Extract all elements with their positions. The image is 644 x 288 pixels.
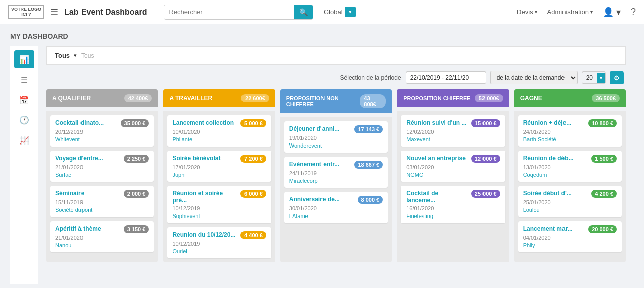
card-company[interactable]: Phily — [523, 242, 617, 248]
card-title[interactable]: Voyage d'entre... — [55, 155, 121, 162]
card-title[interactable]: Evènement entr... — [289, 161, 352, 168]
nav-administration[interactable]: Administration ▾ — [547, 8, 593, 16]
kanban-col-travailler: A TRAVAILLER 22 600€ Lancement collectio… — [163, 89, 275, 262]
card-date: 24/11/2019 — [289, 170, 383, 176]
card-title[interactable]: Nouvel an entreprise — [406, 155, 468, 162]
card-travailler-2: Réunion et soirée pré... 6 000 € 10/12/2… — [167, 186, 271, 223]
card-top: Séminaire 2 000 € — [55, 190, 149, 198]
card-date: 30/01/2020 — [289, 205, 383, 211]
period-num-wrap: 20 ▾ — [582, 71, 606, 84]
card-company[interactable]: Coqedum — [523, 172, 617, 178]
col-total-travailler: 22 600€ — [241, 94, 269, 102]
period-bar: Sélection de la période de la date de la… — [46, 71, 626, 84]
card-title[interactable]: Réunion de déb... — [523, 155, 589, 162]
hamburger-icon[interactable]: ☰ — [50, 7, 58, 18]
card-top: Cocktail dinato... 35 000 € — [55, 119, 149, 127]
period-date-input[interactable] — [406, 71, 486, 84]
sidebar: 📊 ☰ 📅 🕐 📈 — [10, 46, 38, 284]
card-company[interactable]: NGMC — [406, 172, 500, 178]
card-company[interactable]: Barth Société — [523, 136, 617, 142]
card-title[interactable]: Lancement mar... — [523, 225, 586, 232]
kanban-col-gagne: GAGNE 36 500€ Réunion + déje... 10 800 €… — [514, 89, 626, 262]
card-amount: 4 400 € — [240, 231, 266, 239]
col-title-non-chiffree: PROPOSITION NON CHIFFREE — [286, 95, 360, 107]
card-date: 12/02/2020 — [406, 129, 500, 135]
nav-devis[interactable]: Devis ▾ — [517, 8, 537, 16]
card-title[interactable]: Soirée bénévolat — [172, 155, 237, 162]
card-company[interactable]: Loulou — [523, 207, 617, 213]
card-date: 10/01/2020 — [172, 129, 266, 135]
col-body-chiffree: Réunion suivi d'un ... 15 000 € 12/02/20… — [397, 111, 509, 262]
card-title[interactable]: Apéritif à thème — [55, 225, 121, 232]
card-company[interactable]: Ouriel — [172, 248, 266, 254]
card-title[interactable]: Cocktail dinato... — [55, 119, 118, 126]
card-amount: 6 000 € — [240, 190, 266, 198]
sidebar-item-linechart[interactable]: 📈 — [14, 131, 34, 149]
main-layout: 📊 ☰ 📅 🕐 📈 Tous ▾ Tous Sélection de la pé… — [10, 46, 634, 284]
filter-active-label: Tous — [55, 52, 70, 59]
card-date: 13/01/2020 — [523, 164, 617, 170]
card-title[interactable]: Réunion suivi d'un ... — [406, 119, 468, 126]
search-input[interactable] — [164, 5, 295, 19]
card-date: 10/12/2019 — [172, 241, 266, 247]
card-travailler-1: Soirée bénévolat 7 200 € 17/01/2020 Juph… — [167, 151, 271, 182]
card-title[interactable]: Réunion et soirée pré... — [172, 190, 237, 204]
filter-sub-label: Tous — [81, 52, 94, 59]
filter-caret-icon[interactable]: ▾ — [74, 52, 77, 59]
col-total-chiffree: 52 000€ — [475, 94, 503, 102]
col-body-qualifier: Cocktail dinato... 35 000 € 20/12/2019 W… — [46, 111, 158, 262]
card-date: 25/01/2020 — [523, 199, 617, 205]
card-top: Voyage d'entre... 2 250 € — [55, 155, 149, 163]
card-top: Reunion du 10/12/20... 4 400 € — [172, 231, 266, 239]
col-title-travailler: A TRAVAILLER — [169, 95, 212, 102]
card-title[interactable]: Reunion du 10/12/20... — [172, 231, 237, 238]
card-date: 20/12/2019 — [55, 129, 149, 135]
col-title-qualifier: A QUALIFIER — [52, 95, 91, 102]
sidebar-item-chart[interactable]: 📊 — [14, 50, 34, 68]
card-company[interactable]: Sophievent — [172, 213, 266, 219]
period-count-arrow[interactable]: ▾ — [597, 73, 605, 83]
card-company[interactable]: Miraclecorp — [289, 178, 383, 184]
card-title[interactable]: Réunion + déje... — [523, 119, 586, 126]
card-date: 21/01/2020 — [55, 235, 149, 241]
card-company[interactable]: Maxevent — [406, 136, 500, 142]
global-dropdown-button[interactable]: ▾ — [345, 7, 356, 17]
page: MY DASHBOARD 📊 ☰ 📅 🕐 📈 Tous ▾ Tous Sélec… — [0, 24, 644, 288]
devis-caret-icon: ▾ — [535, 9, 537, 15]
period-type-select[interactable]: de la date de la demande — [490, 71, 578, 84]
card-title[interactable]: Soirée début d'... — [523, 190, 589, 197]
card-qualifier-2: Séminaire 2 000 € 15/11/2019 Société dup… — [50, 186, 154, 217]
card-title[interactable]: Déjeuner d'anni... — [289, 125, 352, 132]
card-travailler-3: Reunion du 10/12/20... 4 400 € 10/12/201… — [167, 227, 271, 258]
search-button[interactable]: 🔍 — [294, 5, 313, 19]
period-gear-button[interactable]: ⚙ — [610, 71, 624, 84]
card-title[interactable]: Séminaire — [55, 190, 121, 197]
card-gagne-3: Lancement mar... 20 000 € 04/01/2020 Phi… — [518, 221, 622, 252]
card-company[interactable]: LAfame — [289, 213, 383, 219]
card-amount: 1 500 € — [591, 155, 617, 163]
card-top: Réunion et soirée pré... 6 000 € — [172, 190, 266, 204]
card-amount: 7 200 € — [240, 155, 266, 163]
card-title[interactable]: Cocktail de lanceme... — [406, 190, 468, 204]
card-qualifier-0: Cocktail dinato... 35 000 € 20/12/2019 W… — [50, 115, 154, 147]
card-title[interactable]: Anniversaire de... — [289, 196, 355, 203]
sidebar-item-calendar[interactable]: 📅 — [14, 91, 34, 109]
card-company[interactable]: Nanou — [55, 242, 149, 248]
help-icon[interactable]: ? — [631, 7, 636, 17]
card-title[interactable]: Lancement collection — [172, 119, 237, 126]
card-company[interactable]: Surfac — [55, 172, 149, 178]
card-qualifier-1: Voyage d'entre... 2 250 € 21/01/2020 Sur… — [50, 151, 154, 182]
card-company[interactable]: Wonderevent — [289, 142, 383, 149]
card-amount: 8 000 € — [358, 196, 383, 204]
card-company[interactable]: Juphi — [172, 172, 266, 178]
user-icon[interactable]: 👤 ▾ — [603, 7, 621, 18]
card-company[interactable]: Société dupont — [55, 207, 149, 213]
sidebar-item-menu[interactable]: ☰ — [14, 70, 34, 89]
card-company[interactable]: Finetesting — [406, 213, 500, 219]
card-top: Anniversaire de... 8 000 € — [289, 196, 383, 204]
sidebar-item-clock[interactable]: 🕐 — [14, 111, 34, 129]
col-body-non-chiffree: Déjeuner d'anni... 17 143 € 19/01/2020 W… — [280, 117, 392, 262]
card-company[interactable]: Philante — [172, 136, 266, 142]
col-total-non-chiffree: 43 808€ — [360, 94, 386, 108]
card-company[interactable]: Whitevent — [55, 136, 149, 142]
